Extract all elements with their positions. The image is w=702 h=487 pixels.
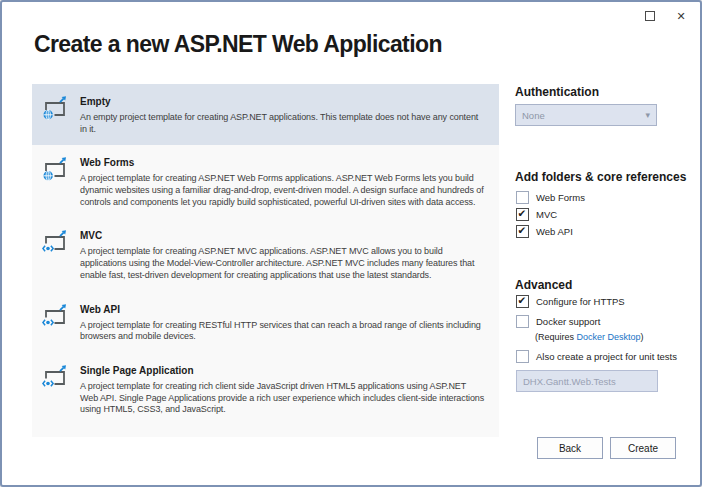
template-title: Empty (80, 96, 485, 107)
docker-desktop-link[interactable]: Docker Desktop (577, 332, 641, 342)
checkbox-row-unit-tests[interactable]: Also create a project for unit tests (516, 350, 698, 363)
template-description: A project template for creating ASP.NET … (80, 173, 485, 208)
web-forms-checkbox[interactable] (516, 191, 529, 204)
folders-references-heading: Add folders & core references (515, 170, 686, 184)
authentication-dropdown: None ▾ (515, 104, 657, 126)
checkbox-row-web-api[interactable]: Web API (516, 225, 585, 238)
checkbox-row-web-forms[interactable]: Web Forms (516, 191, 585, 204)
checkbox-row-docker-support[interactable]: Docker support (516, 315, 698, 328)
unit-test-project-name-value: DHX.Gantt.Web.Tests (523, 376, 616, 387)
template-description: A project template for creating ASP.NET … (80, 246, 485, 281)
checkbox-label: Configure for HTTPS (536, 296, 625, 307)
maximize-button[interactable] (643, 9, 657, 23)
checkbox-label: Also create a project for unit tests (536, 351, 677, 362)
checkbox-label: Docker support (536, 316, 600, 327)
chevron-down-icon: ▾ (645, 110, 650, 120)
template-title: Single Page Application (80, 365, 485, 376)
close-button[interactable]: ✕ (674, 9, 688, 23)
authentication-selected-value: None (522, 110, 645, 121)
template-description: A project template for creating RESTful … (80, 320, 485, 343)
dialog-buttons: Back Create (537, 437, 676, 459)
template-row-web-api[interactable]: Web API A project template for creating … (32, 292, 499, 353)
template-row-single-page-application[interactable]: Single Page Application A project templa… (32, 353, 499, 426)
unit-tests-checkbox[interactable] (516, 350, 529, 363)
docker-support-checkbox[interactable] (516, 315, 529, 328)
note-text: (Requires (535, 332, 577, 342)
checkbox-label: MVC (536, 209, 557, 220)
template-row-web-forms[interactable]: Web Forms A project template for creatin… (32, 145, 499, 218)
template-description: An empty project template for creating A… (80, 112, 485, 135)
advanced-heading: Advanced (515, 278, 572, 292)
checkbox-row-mvc[interactable]: MVC (516, 208, 585, 221)
web-app-code-icon (42, 365, 68, 391)
docker-requirement-note: (Requires Docker Desktop) (535, 332, 698, 342)
checkbox-label: Web API (536, 226, 573, 237)
web-app-code-icon (42, 230, 68, 256)
template-title: Web API (80, 304, 485, 315)
window-controls: ✕ (643, 9, 688, 23)
web-app-globe-icon (42, 157, 68, 183)
create-aspnet-dialog: ✕ Create a new ASP.NET Web Application E… (0, 0, 702, 487)
template-row-empty[interactable]: Empty An empty project template for crea… (32, 84, 499, 145)
note-text: ) (641, 332, 644, 342)
web-app-globe-icon (42, 96, 68, 122)
advanced-options: Configure for HTTPS Docker support (Requ… (516, 295, 698, 392)
template-description: A project template for creating rich cli… (80, 381, 485, 416)
web-app-code-icon (42, 304, 68, 330)
web-api-checkbox[interactable] (516, 225, 529, 238)
template-row-mvc[interactable]: MVC A project template for creating ASP.… (32, 218, 499, 291)
template-title: MVC (80, 230, 485, 241)
page-title: Create a new ASP.NET Web Application (34, 31, 442, 58)
back-button[interactable]: Back (537, 437, 603, 459)
maximize-icon (645, 11, 655, 21)
unit-test-project-name-field: DHX.Gantt.Web.Tests (516, 370, 658, 392)
configure-https-checkbox[interactable] (516, 295, 529, 308)
close-icon: ✕ (676, 11, 685, 22)
authentication-heading: Authentication (515, 85, 599, 99)
folders-references-options: Web Forms MVC Web API (516, 191, 585, 238)
checkbox-row-configure-https[interactable]: Configure for HTTPS (516, 295, 698, 308)
template-list: Empty An empty project template for crea… (32, 84, 499, 437)
create-button[interactable]: Create (610, 437, 676, 459)
template-title: Web Forms (80, 157, 485, 168)
checkbox-label: Web Forms (536, 192, 585, 203)
mvc-checkbox[interactable] (516, 208, 529, 221)
